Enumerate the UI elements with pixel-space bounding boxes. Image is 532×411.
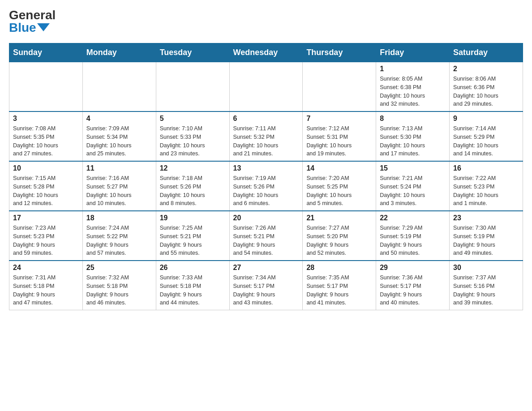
calendar-cell: 17Sunrise: 7:23 AM Sunset: 5:23 PM Dayli… (9, 211, 83, 261)
day-info: Sunrise: 7:34 AM Sunset: 5:17 PM Dayligh… (233, 274, 299, 307)
day-number: 15 (380, 164, 446, 172)
day-number: 6 (233, 115, 299, 123)
calendar-cell: 23Sunrise: 7:30 AM Sunset: 5:19 PM Dayli… (450, 211, 523, 261)
weekday-header-saturday: Saturday (450, 43, 523, 62)
weekday-header-row: SundayMondayTuesdayWednesdayThursdayFrid… (9, 43, 523, 62)
day-info: Sunrise: 7:33 AM Sunset: 5:18 PM Dayligh… (160, 274, 226, 307)
day-info: Sunrise: 7:14 AM Sunset: 5:29 PM Dayligh… (453, 124, 519, 158)
day-number: 29 (380, 264, 446, 272)
calendar-cell: 6Sunrise: 7:11 AM Sunset: 5:32 PM Daylig… (229, 111, 303, 161)
weekday-header-sunday: Sunday (9, 43, 83, 62)
calendar-row-0: 1Sunrise: 8:05 AM Sunset: 6:38 PM Daylig… (9, 62, 523, 112)
day-info: Sunrise: 7:26 AM Sunset: 5:21 PM Dayligh… (233, 224, 299, 257)
day-info: Sunrise: 7:29 AM Sunset: 5:19 PM Dayligh… (380, 224, 446, 257)
calendar-cell: 24Sunrise: 7:31 AM Sunset: 5:18 PM Dayli… (9, 261, 83, 310)
day-number: 13 (233, 164, 299, 172)
calendar-cell: 16Sunrise: 7:22 AM Sunset: 5:23 PM Dayli… (450, 161, 523, 211)
calendar-cell: 11Sunrise: 7:16 AM Sunset: 5:27 PM Dayli… (82, 161, 156, 211)
calendar-cell: 2Sunrise: 8:06 AM Sunset: 6:36 PM Daylig… (450, 62, 523, 112)
calendar-cell: 22Sunrise: 7:29 AM Sunset: 5:19 PM Dayli… (376, 211, 450, 261)
day-number: 16 (453, 164, 519, 172)
day-number: 5 (160, 115, 226, 123)
day-number: 9 (453, 115, 519, 123)
calendar-cell (82, 62, 156, 112)
day-number: 24 (13, 264, 79, 272)
day-number: 27 (233, 264, 299, 272)
logo-blue-text: Blue (9, 21, 36, 34)
calendar-cell: 15Sunrise: 7:21 AM Sunset: 5:24 PM Dayli… (376, 161, 450, 211)
day-number: 25 (86, 264, 152, 272)
calendar-cell (156, 62, 229, 112)
calendar-cell: 10Sunrise: 7:15 AM Sunset: 5:28 PM Dayli… (9, 161, 83, 211)
calendar-table: SundayMondayTuesdayWednesdayThursdayFrid… (9, 43, 523, 310)
weekday-header-friday: Friday (376, 43, 450, 62)
day-number: 19 (160, 214, 226, 222)
day-info: Sunrise: 7:36 AM Sunset: 5:17 PM Dayligh… (380, 274, 446, 307)
day-info: Sunrise: 7:31 AM Sunset: 5:18 PM Dayligh… (13, 274, 79, 307)
day-number: 30 (453, 264, 519, 272)
day-info: Sunrise: 7:32 AM Sunset: 5:18 PM Dayligh… (86, 274, 152, 307)
calendar-cell: 1Sunrise: 8:05 AM Sunset: 6:38 PM Daylig… (376, 62, 450, 112)
weekday-header-thursday: Thursday (303, 43, 376, 62)
calendar-cell (9, 62, 83, 112)
day-info: Sunrise: 7:23 AM Sunset: 5:23 PM Dayligh… (13, 224, 79, 257)
day-info: Sunrise: 7:37 AM Sunset: 5:16 PM Dayligh… (453, 274, 519, 307)
day-number: 17 (13, 214, 79, 222)
logo: General Blue (9, 9, 56, 34)
day-number: 22 (380, 214, 446, 222)
day-info: Sunrise: 7:11 AM Sunset: 5:32 PM Dayligh… (233, 124, 299, 158)
calendar-cell: 30Sunrise: 7:37 AM Sunset: 5:16 PM Dayli… (450, 261, 523, 310)
calendar-cell: 19Sunrise: 7:25 AM Sunset: 5:21 PM Dayli… (156, 211, 229, 261)
calendar-cell: 14Sunrise: 7:20 AM Sunset: 5:25 PM Dayli… (303, 161, 376, 211)
calendar-cell (303, 62, 376, 112)
weekday-header-wednesday: Wednesday (229, 43, 303, 62)
day-number: 2 (453, 65, 519, 73)
day-number: 26 (160, 264, 226, 272)
calendar-cell: 9Sunrise: 7:14 AM Sunset: 5:29 PM Daylig… (450, 111, 523, 161)
day-info: Sunrise: 7:27 AM Sunset: 5:20 PM Dayligh… (306, 224, 372, 257)
day-info: Sunrise: 7:25 AM Sunset: 5:21 PM Dayligh… (160, 224, 226, 257)
day-info: Sunrise: 7:08 AM Sunset: 5:35 PM Dayligh… (13, 124, 79, 158)
day-info: Sunrise: 7:19 AM Sunset: 5:26 PM Dayligh… (233, 174, 299, 208)
day-info: Sunrise: 8:05 AM Sunset: 6:38 PM Dayligh… (380, 75, 446, 108)
day-info: Sunrise: 7:30 AM Sunset: 5:19 PM Dayligh… (453, 224, 519, 257)
day-number: 21 (306, 214, 372, 222)
day-number: 8 (380, 115, 446, 123)
weekday-header-monday: Monday (82, 43, 156, 62)
day-info: Sunrise: 7:20 AM Sunset: 5:25 PM Dayligh… (306, 174, 372, 208)
day-info: Sunrise: 7:12 AM Sunset: 5:31 PM Dayligh… (306, 124, 372, 158)
day-number: 11 (86, 164, 152, 172)
day-number: 4 (86, 115, 152, 123)
day-number: 7 (306, 115, 372, 123)
calendar-cell: 27Sunrise: 7:34 AM Sunset: 5:17 PM Dayli… (229, 261, 303, 310)
calendar-row-2: 10Sunrise: 7:15 AM Sunset: 5:28 PM Dayli… (9, 161, 523, 211)
day-number: 10 (13, 164, 79, 172)
day-number: 20 (233, 214, 299, 222)
day-number: 3 (13, 115, 79, 123)
day-info: Sunrise: 7:24 AM Sunset: 5:22 PM Dayligh… (86, 224, 152, 257)
day-info: Sunrise: 7:10 AM Sunset: 5:33 PM Dayligh… (160, 124, 226, 158)
day-info: Sunrise: 7:09 AM Sunset: 5:34 PM Dayligh… (86, 124, 152, 158)
calendar-cell: 13Sunrise: 7:19 AM Sunset: 5:26 PM Dayli… (229, 161, 303, 211)
day-info: Sunrise: 7:15 AM Sunset: 5:28 PM Dayligh… (13, 174, 79, 208)
calendar-cell: 8Sunrise: 7:13 AM Sunset: 5:30 PM Daylig… (376, 111, 450, 161)
day-number: 14 (306, 164, 372, 172)
calendar-cell: 29Sunrise: 7:36 AM Sunset: 5:17 PM Dayli… (376, 261, 450, 310)
day-info: Sunrise: 7:18 AM Sunset: 5:26 PM Dayligh… (160, 174, 226, 208)
day-number: 23 (453, 214, 519, 222)
day-number: 1 (380, 65, 446, 73)
day-info: Sunrise: 7:16 AM Sunset: 5:27 PM Dayligh… (86, 174, 152, 208)
day-number: 18 (86, 214, 152, 222)
calendar-cell: 12Sunrise: 7:18 AM Sunset: 5:26 PM Dayli… (156, 161, 229, 211)
calendar-cell (229, 62, 303, 112)
calendar-cell: 26Sunrise: 7:33 AM Sunset: 5:18 PM Dayli… (156, 261, 229, 310)
calendar-cell: 3Sunrise: 7:08 AM Sunset: 5:35 PM Daylig… (9, 111, 83, 161)
calendar-cell: 7Sunrise: 7:12 AM Sunset: 5:31 PM Daylig… (303, 111, 376, 161)
calendar-row-4: 24Sunrise: 7:31 AM Sunset: 5:18 PM Dayli… (9, 261, 523, 310)
logo-triangle-icon (37, 23, 50, 31)
calendar-cell: 25Sunrise: 7:32 AM Sunset: 5:18 PM Dayli… (82, 261, 156, 310)
calendar-cell: 28Sunrise: 7:35 AM Sunset: 5:17 PM Dayli… (303, 261, 376, 310)
page-header: General Blue (9, 9, 523, 34)
calendar-row-1: 3Sunrise: 7:08 AM Sunset: 5:35 PM Daylig… (9, 111, 523, 161)
calendar-cell: 5Sunrise: 7:10 AM Sunset: 5:33 PM Daylig… (156, 111, 229, 161)
